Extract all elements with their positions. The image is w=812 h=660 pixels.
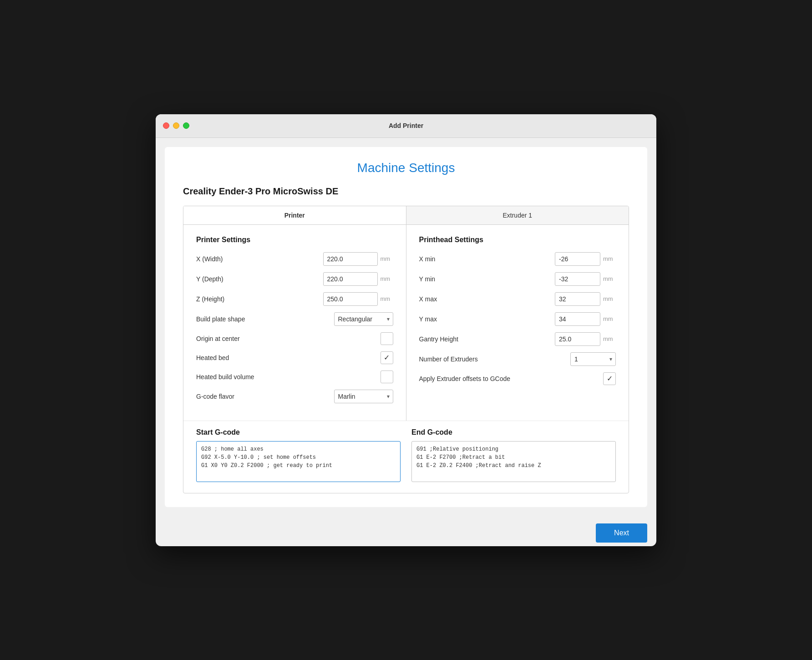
control-x-min: mm <box>555 252 616 266</box>
gcode-section: Start G-code G28 ; home all axes G92 X-5… <box>183 421 629 493</box>
tabs-header: Printer Extruder 1 <box>183 206 629 225</box>
control-heated-build-volume <box>381 371 393 383</box>
titlebar: Add Printer <box>156 114 656 138</box>
printhead-settings-title: Printhead Settings <box>419 236 616 244</box>
main-content: Machine Settings Creality Ender-3 Pro Mi… <box>165 147 647 507</box>
field-x-width: X (Width) mm <box>196 252 393 266</box>
label-z-height: Z (Height) <box>196 295 323 303</box>
printer-settings-title: Printer Settings <box>196 236 393 244</box>
select-wrapper-build-plate: Rectangular Elliptic ▾ <box>334 312 393 326</box>
select-build-plate-shape[interactable]: Rectangular Elliptic <box>334 312 393 326</box>
tab-extruder1[interactable]: Extruder 1 <box>406 206 629 224</box>
control-build-plate-shape: Rectangular Elliptic ▾ <box>334 312 393 326</box>
field-gantry-height: Gantry Height mm <box>419 332 616 346</box>
control-x-max: mm <box>555 292 616 306</box>
unit-z-height: mm <box>381 295 393 302</box>
field-origin-center: Origin at center <box>196 332 393 345</box>
control-y-depth: mm <box>323 272 393 286</box>
label-gantry-height: Gantry Height <box>419 335 555 343</box>
window-title: Add Printer <box>389 122 423 129</box>
input-y-max[interactable] <box>555 312 600 326</box>
field-num-extruders: Number of Extruders 1 2 3 ▾ <box>419 352 616 366</box>
input-x-width[interactable] <box>323 252 378 266</box>
tab-printer[interactable]: Printer <box>183 206 406 224</box>
page-title: Machine Settings <box>183 161 629 175</box>
field-y-depth: Y (Depth) mm <box>196 272 393 286</box>
label-y-min: Y min <box>419 275 555 283</box>
label-y-depth: Y (Depth) <box>196 275 323 283</box>
footer: Next <box>156 516 656 546</box>
window: Add Printer Machine Settings Creality En… <box>156 114 656 546</box>
end-gcode-panel: End G-code G91 ;Relative positioning G1 … <box>411 428 616 484</box>
input-x-min[interactable] <box>555 252 600 266</box>
checkbox-origin-center[interactable] <box>381 332 393 345</box>
next-button[interactable]: Next <box>596 523 647 543</box>
select-gcode-flavor[interactable]: Marlin RepRap Ultigcode <box>334 390 393 403</box>
maximize-button[interactable] <box>183 122 189 129</box>
unit-gantry-height: mm <box>603 335 616 342</box>
unit-x-max: mm <box>603 295 616 302</box>
field-x-min: X min mm <box>419 252 616 266</box>
control-extruder-offsets: ✓ <box>603 372 616 385</box>
field-extruder-offsets: Apply Extruder offsets to GCode ✓ <box>419 372 616 385</box>
label-heated-build-volume: Heated build volume <box>196 373 381 381</box>
field-heated-build-volume: Heated build volume <box>196 371 393 383</box>
label-y-max: Y max <box>419 315 555 323</box>
label-x-min: X min <box>419 255 555 263</box>
input-x-max[interactable] <box>555 292 600 306</box>
label-x-width: X (Width) <box>196 255 323 263</box>
control-x-width: mm <box>323 252 393 266</box>
start-gcode-title: Start G-code <box>196 428 401 437</box>
checkbox-extruder-offsets[interactable]: ✓ <box>603 372 616 385</box>
input-z-height[interactable] <box>323 292 378 306</box>
field-gcode-flavor: G-code flavor Marlin RepRap Ultigcode ▾ <box>196 390 393 403</box>
start-gcode-textarea[interactable]: G28 ; home all axes G92 X-5.0 Y-10.0 ; s… <box>196 441 401 482</box>
control-origin-center <box>381 332 393 345</box>
control-y-min: mm <box>555 272 616 286</box>
unit-x-min: mm <box>603 255 616 262</box>
minimize-button[interactable] <box>173 122 179 129</box>
control-heated-bed: ✓ <box>381 351 393 364</box>
field-build-plate-shape: Build plate shape Rectangular Elliptic ▾ <box>196 312 393 326</box>
label-x-max: X max <box>419 295 555 303</box>
unit-x-width: mm <box>381 255 393 262</box>
tabs-container: Printer Extruder 1 Printer Settings X (W… <box>183 206 629 493</box>
end-gcode-title: End G-code <box>411 428 616 437</box>
label-num-extruders: Number of Extruders <box>419 355 571 363</box>
input-y-min[interactable] <box>555 272 600 286</box>
label-build-plate-shape: Build plate shape <box>196 315 334 323</box>
label-gcode-flavor: G-code flavor <box>196 393 334 400</box>
field-y-min: Y min mm <box>419 272 616 286</box>
control-gcode-flavor: Marlin RepRap Ultigcode ▾ <box>334 390 393 403</box>
control-gantry-height: mm <box>555 332 616 346</box>
unit-y-max: mm <box>603 315 616 322</box>
checkbox-heated-build-volume[interactable] <box>381 371 393 383</box>
unit-y-depth: mm <box>381 275 393 282</box>
field-y-max: Y max mm <box>419 312 616 326</box>
field-z-height: Z (Height) mm <box>196 292 393 306</box>
label-heated-bed: Heated bed <box>196 354 381 361</box>
label-origin-center: Origin at center <box>196 335 381 342</box>
select-num-extruders[interactable]: 1 2 3 <box>570 352 616 366</box>
close-button[interactable] <box>163 122 169 129</box>
printhead-settings-panel: Printhead Settings X min mm Y min <box>406 225 629 421</box>
tabs-body: Printer Settings X (Width) mm Y (Depth) <box>183 225 629 421</box>
unit-y-min: mm <box>603 275 616 282</box>
select-wrapper-gcode-flavor: Marlin RepRap Ultigcode ▾ <box>334 390 393 403</box>
start-gcode-panel: Start G-code G28 ; home all axes G92 X-5… <box>196 428 401 484</box>
control-num-extruders: 1 2 3 ▾ <box>570 352 616 366</box>
control-y-max: mm <box>555 312 616 326</box>
input-y-depth[interactable] <box>323 272 378 286</box>
field-heated-bed: Heated bed ✓ <box>196 351 393 364</box>
traffic-lights <box>163 122 189 129</box>
label-extruder-offsets: Apply Extruder offsets to GCode <box>419 375 604 382</box>
control-z-height: mm <box>323 292 393 306</box>
checkbox-heated-bed[interactable]: ✓ <box>381 351 393 364</box>
printer-settings-panel: Printer Settings X (Width) mm Y (Depth) <box>183 225 406 421</box>
select-wrapper-num-extruders: 1 2 3 ▾ <box>570 352 616 366</box>
printer-name: Creality Ender-3 Pro MicroSwiss DE <box>183 186 629 197</box>
end-gcode-textarea[interactable]: G91 ;Relative positioning G1 E-2 F2700 ;… <box>411 441 616 482</box>
input-gantry-height[interactable] <box>555 332 600 346</box>
field-x-max: X max mm <box>419 292 616 306</box>
